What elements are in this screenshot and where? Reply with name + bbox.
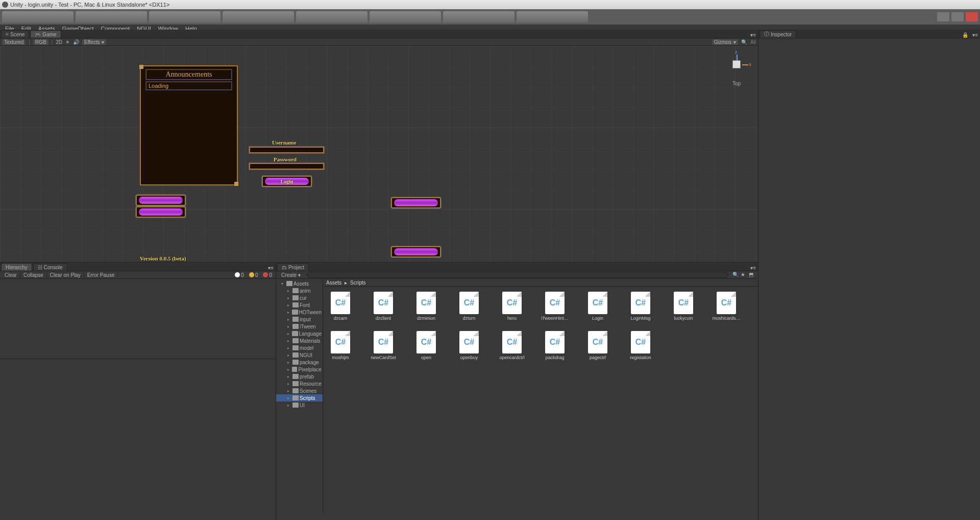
tree-item[interactable]: ▸Scripts <box>276 394 323 401</box>
breadcrumb-item[interactable]: Scripts <box>350 280 366 286</box>
tree-root[interactable]: ▾Assets <box>276 280 323 287</box>
file-item[interactable]: C#iTweenHint… <box>542 292 568 321</box>
window-title: Unity - login.unity - Test - PC, Mac & L… <box>10 2 169 8</box>
outer-tab[interactable] <box>2 11 74 22</box>
clear-button[interactable]: Clear <box>2 272 20 278</box>
tree-item[interactable]: ▸iTween <box>276 323 323 330</box>
file-item[interactable]: C#open <box>413 331 439 360</box>
clear-on-play-toggle[interactable]: Clear on Play <box>47 272 84 278</box>
file-item[interactable]: C#pagectrl <box>584 331 611 360</box>
game-icon: 🎮 <box>35 32 41 37</box>
project-tree[interactable]: ▾Assets ▸anim▸cur▸Font▸HOTween▸input▸iTw… <box>276 279 323 512</box>
favorite-icon[interactable]: ★ <box>741 272 748 278</box>
chevron-right-icon: ▸ <box>345 280 347 286</box>
password-input[interactable] <box>249 163 324 170</box>
panel-menu[interactable]: ▾≡ <box>266 265 276 271</box>
file-item[interactable]: C#LoginMsg <box>627 292 654 321</box>
login-button[interactable]: Login <box>262 176 312 187</box>
light-toggle[interactable]: ☀ <box>65 39 70 45</box>
username-label: Username <box>272 139 297 146</box>
app-icon <box>2 2 8 8</box>
tab-game[interactable]: 🎮Game <box>30 30 61 38</box>
game-button-3[interactable] <box>391 197 441 208</box>
tab-inspector[interactable]: ⓘInspector <box>760 30 796 38</box>
file-item[interactable]: C#registation <box>627 331 654 360</box>
tree-item[interactable]: ▸NGUI <box>276 351 323 359</box>
error-pause-toggle[interactable]: Error Pause <box>84 272 118 278</box>
project-search[interactable] <box>307 272 728 278</box>
collapse-toggle[interactable]: Collapse <box>20 272 47 278</box>
info-count[interactable]: 0 <box>233 272 246 278</box>
minimize-button[interactable] <box>937 12 949 21</box>
tree-item[interactable]: ▸Materials <box>276 337 323 344</box>
gizmos-dropdown[interactable]: Gizmos ▾ <box>712 39 738 45</box>
game-button-4[interactable] <box>391 246 441 257</box>
scene-icon: ⌗ <box>6 31 9 37</box>
inspector-panel: ⓘInspector 🔒 ▾≡ <box>758 30 980 520</box>
project-files: C#dzcamC#dzclientC#dzminionC#dzturnC#her… <box>323 287 758 512</box>
maximize-button[interactable] <box>951 12 964 21</box>
tree-item[interactable]: ▸HOTween <box>276 309 323 316</box>
effects-dropdown[interactable]: Effects ▾ <box>82 39 106 45</box>
game-button-2[interactable] <box>136 206 186 218</box>
file-item[interactable]: C#dzcam <box>327 292 354 321</box>
lock-icon[interactable]: 🔒 <box>960 32 970 38</box>
outer-tab[interactable] <box>296 11 368 22</box>
tree-item[interactable]: ▸prefab <box>276 373 323 380</box>
filter-icon[interactable]: 🔍 <box>732 272 740 278</box>
scene-search[interactable]: All <box>750 39 756 45</box>
file-item[interactable]: C#opencardctrl <box>499 331 525 360</box>
file-item[interactable]: C#dzclient <box>370 292 397 321</box>
file-item[interactable]: C#hero <box>499 292 525 321</box>
tab-project[interactable]: 🗀Project <box>277 263 309 271</box>
tree-item[interactable]: ▸Resource <box>276 380 323 387</box>
file-item[interactable]: C#dzminion <box>413 292 439 321</box>
tree-item[interactable]: ▸package <box>276 359 323 366</box>
game-button-1[interactable] <box>136 195 186 206</box>
username-input[interactable] <box>249 147 324 153</box>
warn-count[interactable]: 0 <box>247 272 260 278</box>
tree-item[interactable]: ▸Language <box>276 330 323 337</box>
shading-dropdown[interactable]: Textured <box>2 39 26 45</box>
tree-item[interactable]: ▸Font <box>276 301 323 309</box>
save-search-icon[interactable]: ⬒ <box>749 272 756 278</box>
panel-menu[interactable]: ▾≡ <box>748 265 758 271</box>
panel-menu[interactable]: ▾≡ <box>748 32 758 38</box>
console-icon: ☷ <box>38 265 42 270</box>
close-button[interactable] <box>966 12 978 21</box>
announcements-panel: Announcements Loading <box>140 65 238 185</box>
scene-view[interactable]: Announcements Loading Username Password … <box>0 46 758 262</box>
tree-item[interactable]: ▸UI <box>276 401 323 409</box>
tree-item[interactable]: ▸input <box>276 316 323 323</box>
outer-tab[interactable] <box>149 11 220 22</box>
tree-item[interactable]: ▸Scenes <box>276 387 323 394</box>
orientation-gizmo[interactable]: z x Top <box>721 50 752 90</box>
file-item[interactable]: C#dzturn <box>456 292 482 321</box>
tree-item[interactable]: ▸Pixelplace <box>276 366 323 373</box>
rendermode-dropdown[interactable]: RGB <box>33 39 48 45</box>
file-item[interactable]: C#Login <box>584 292 611 321</box>
error-count[interactable]: 0 <box>261 272 274 278</box>
outer-tab[interactable] <box>443 11 514 22</box>
file-item[interactable]: C#openbuy <box>456 331 482 360</box>
file-item[interactable]: C#packdrag <box>542 331 568 360</box>
tree-item[interactable]: ▸cur <box>276 294 323 301</box>
tree-item[interactable]: ▸anim <box>276 287 323 294</box>
file-item[interactable]: C#moshicards… <box>713 292 740 321</box>
outer-tab[interactable] <box>223 11 294 22</box>
panel-menu[interactable]: ▾≡ <box>970 32 980 38</box>
tab-console[interactable]: ☷Console <box>33 263 67 271</box>
2d-toggle[interactable]: 2D <box>56 39 62 45</box>
breadcrumb-item[interactable]: Assets <box>326 280 341 286</box>
create-dropdown[interactable]: Create ▾ <box>278 272 304 278</box>
tab-hierarchy[interactable]: Hierarchy <box>1 263 32 271</box>
outer-tab[interactable] <box>370 11 441 22</box>
tree-item[interactable]: ▸model <box>276 344 323 351</box>
outer-tab[interactable] <box>76 11 147 22</box>
outer-tab[interactable] <box>517 11 588 22</box>
file-item[interactable]: C#luckycoin <box>670 292 697 321</box>
tab-scene[interactable]: ⌗Scene <box>1 30 29 38</box>
audio-toggle[interactable]: 🔊 <box>73 39 79 45</box>
file-item[interactable]: C#moshijm <box>327 331 354 360</box>
file-item[interactable]: C#newCardSet <box>370 331 397 360</box>
